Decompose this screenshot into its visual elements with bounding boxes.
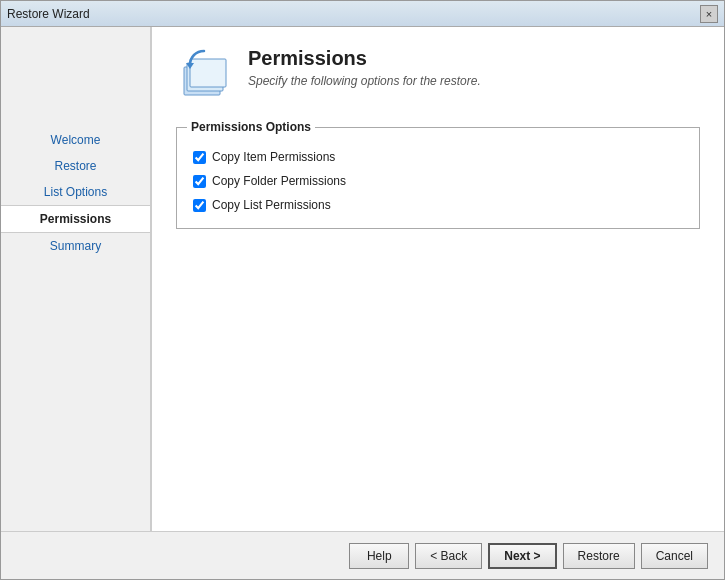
- cancel-button[interactable]: Cancel: [641, 543, 708, 569]
- page-title-block: Permissions Specify the following option…: [248, 47, 481, 88]
- page-icon: [176, 47, 232, 103]
- content-area: Welcome Restore List Options Permissions…: [1, 27, 724, 531]
- sidebar-item-restore[interactable]: Restore: [1, 153, 150, 179]
- permissions-options-box: Permissions Options Copy Item Permission…: [176, 127, 700, 229]
- title-bar: Restore Wizard ×: [1, 1, 724, 27]
- help-button[interactable]: Help: [349, 543, 409, 569]
- page-subtitle: Specify the following options for the re…: [248, 74, 481, 88]
- page-title: Permissions: [248, 47, 481, 70]
- close-button[interactable]: ×: [700, 5, 718, 23]
- main-panel: Permissions Specify the following option…: [151, 27, 724, 531]
- back-button[interactable]: < Back: [415, 543, 482, 569]
- copy-item-permissions-checkbox[interactable]: [193, 151, 206, 164]
- next-button[interactable]: Next >: [488, 543, 556, 569]
- svg-rect-2: [190, 59, 226, 87]
- copy-item-permissions-row: Copy Item Permissions: [193, 150, 683, 164]
- sidebar-item-list-options[interactable]: List Options: [1, 179, 150, 205]
- bottom-bar: Help < Back Next > Restore Cancel: [1, 531, 724, 579]
- window-title: Restore Wizard: [7, 7, 90, 21]
- options-legend: Permissions Options: [187, 120, 315, 134]
- restore-button[interactable]: Restore: [563, 543, 635, 569]
- copy-folder-permissions-row: Copy Folder Permissions: [193, 174, 683, 188]
- copy-list-permissions-label: Copy List Permissions: [212, 198, 331, 212]
- copy-item-permissions-label: Copy Item Permissions: [212, 150, 335, 164]
- copy-folder-permissions-checkbox[interactable]: [193, 175, 206, 188]
- page-header: Permissions Specify the following option…: [176, 47, 700, 103]
- sidebar-item-welcome[interactable]: Welcome: [1, 127, 150, 153]
- sidebar-item-summary[interactable]: Summary: [1, 233, 150, 259]
- wizard-window: Restore Wizard × Welcome Restore List Op…: [0, 0, 725, 580]
- copy-list-permissions-row: Copy List Permissions: [193, 198, 683, 212]
- sidebar-item-permissions[interactable]: Permissions: [1, 205, 150, 233]
- copy-folder-permissions-label: Copy Folder Permissions: [212, 174, 346, 188]
- sidebar: Welcome Restore List Options Permissions…: [1, 27, 151, 531]
- copy-list-permissions-checkbox[interactable]: [193, 199, 206, 212]
